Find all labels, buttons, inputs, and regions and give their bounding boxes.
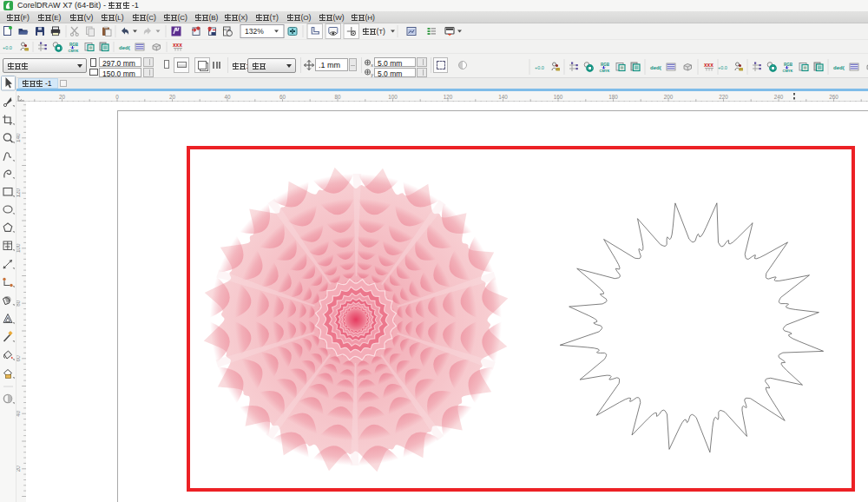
svg-text:260: 260 — [829, 94, 838, 100]
svg-text:80: 80 — [334, 94, 341, 100]
svg-text:0: 0 — [115, 94, 119, 100]
svg-text:40: 40 — [16, 410, 22, 417]
svg-text:20: 20 — [16, 466, 22, 472]
svg-text:y: y — [371, 72, 373, 77]
svg-text:20: 20 — [169, 94, 176, 100]
svg-text:200: 200 — [664, 94, 674, 100]
svg-text:60: 60 — [279, 94, 286, 100]
svg-text:40: 40 — [224, 94, 231, 100]
svg-text:60: 60 — [16, 355, 22, 362]
svg-text:80: 80 — [16, 300, 22, 307]
svg-text:220: 220 — [719, 94, 728, 100]
svg-text:100: 100 — [388, 94, 398, 100]
svg-text:100: 100 — [16, 243, 22, 253]
svg-text:180: 180 — [608, 94, 618, 100]
svg-text:120: 120 — [444, 94, 453, 100]
svg-text:140: 140 — [16, 133, 22, 142]
svg-text:240: 240 — [774, 94, 784, 100]
svg-text:160: 160 — [554, 94, 563, 100]
svg-text:x: x — [371, 63, 373, 68]
svg-text:140: 140 — [498, 94, 508, 100]
svg-text:20: 20 — [59, 94, 66, 100]
svg-text:120: 120 — [16, 188, 22, 197]
